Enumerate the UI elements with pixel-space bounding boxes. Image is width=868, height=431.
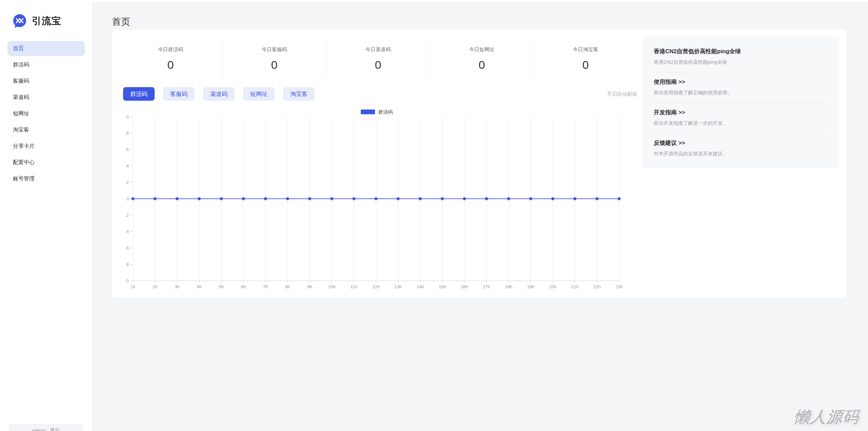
sidebar-item-5[interactable]: 淘宝客 bbox=[7, 122, 85, 137]
svg-text:0.6: 0.6 bbox=[125, 147, 129, 152]
legend-swatch bbox=[361, 110, 375, 114]
info-link-desc: 香港CN2自营低价高性能ping全绿 bbox=[654, 59, 828, 65]
svg-text:4h: 4h bbox=[197, 284, 201, 289]
svg-text:6h: 6h bbox=[241, 284, 246, 289]
info-link-title[interactable]: 使用指南 >> bbox=[654, 78, 828, 86]
svg-text:18h: 18h bbox=[505, 284, 512, 289]
stat-card-0: 今日群活码0 bbox=[119, 36, 222, 82]
stat-card-1: 今日客服码0 bbox=[222, 36, 326, 82]
stat-value: 0 bbox=[583, 58, 589, 72]
main-card: 今日群活码0今日客服码0今日渠道码0今日短网址0今日淘宝客0 群活码客服码渠道码… bbox=[112, 30, 847, 297]
chat-bubble-logo-icon bbox=[12, 14, 27, 28]
stat-card-2: 今日渠道码0 bbox=[326, 36, 430, 82]
sidebar-item-7[interactable]: 配置中心 bbox=[7, 155, 85, 170]
info-link-0[interactable]: 香港CN2自营低价高性能ping全绿香港CN2自营低价高性能ping全绿 bbox=[654, 42, 828, 73]
stat-value: 0 bbox=[479, 58, 485, 72]
stat-label: 今日群活码 bbox=[158, 46, 183, 53]
sidebar-nav: 首页群活码客服码渠道码短网址淘宝客分享卡片配置中心账号管理 bbox=[0, 41, 92, 188]
svg-text:-0.6: -0.6 bbox=[125, 246, 129, 251]
svg-text:9h: 9h bbox=[307, 284, 312, 289]
user-logout-pill[interactable]: admin 退出 bbox=[9, 424, 83, 431]
stat-card-3: 今日短网址0 bbox=[430, 36, 534, 82]
svg-text:17h: 17h bbox=[483, 284, 490, 289]
sidebar-item-0[interactable]: 首页 bbox=[7, 41, 85, 56]
svg-text:1.0: 1.0 bbox=[125, 114, 129, 119]
svg-text:7h: 7h bbox=[263, 284, 268, 289]
tab-4[interactable]: 淘宝客 bbox=[283, 87, 315, 101]
info-link-desc: 前往使用指南了解正确的使用姿势。 bbox=[654, 90, 828, 96]
svg-text:22h: 22h bbox=[593, 284, 601, 289]
stat-value: 0 bbox=[271, 58, 278, 72]
svg-text:19h: 19h bbox=[527, 284, 534, 289]
info-link-1[interactable]: 使用指南 >>前往使用指南了解正确的使用姿势。 bbox=[654, 73, 828, 103]
watermark: 懒人源码 bbox=[793, 407, 861, 428]
sidebar-item-2[interactable]: 客服码 bbox=[7, 74, 85, 89]
info-link-3[interactable]: 反馈建议 >>对本开源作品的反馈及开发建议。 bbox=[654, 134, 828, 164]
page-title: 首页 bbox=[112, 16, 130, 28]
svg-text:0: 0 bbox=[126, 196, 129, 201]
username: admin bbox=[32, 428, 46, 431]
svg-text:11h: 11h bbox=[350, 284, 357, 289]
stats-row: 今日群活码0今日客服码0今日渠道码0今日短网址0今日淘宝客0 bbox=[119, 36, 637, 82]
stat-label: 今日客服码 bbox=[262, 46, 287, 53]
stat-value: 0 bbox=[167, 58, 174, 72]
svg-text:0.2: 0.2 bbox=[125, 180, 129, 185]
tab-2[interactable]: 渠道码 bbox=[203, 87, 235, 101]
sidebar-item-4[interactable]: 短网址 bbox=[7, 106, 85, 121]
info-panel: 香港CN2自营低价高性能ping全绿香港CN2自营低价高性能ping全绿使用指南… bbox=[642, 37, 839, 169]
svg-text:16h: 16h bbox=[461, 284, 468, 289]
app-title: 引流宝 bbox=[32, 15, 61, 27]
auto-refresh-toggle[interactable]: 开启自动刷新 bbox=[576, 91, 637, 97]
logout-button[interactable]: 退出 bbox=[50, 427, 60, 431]
svg-text:20h: 20h bbox=[549, 284, 557, 289]
svg-text:-0.8: -0.8 bbox=[125, 262, 129, 267]
svg-text:5h: 5h bbox=[219, 284, 223, 289]
logo: 引流宝 bbox=[12, 14, 61, 28]
svg-text:-1.0: -1.0 bbox=[125, 278, 129, 283]
svg-text:2h: 2h bbox=[153, 284, 157, 289]
info-link-title[interactable]: 反馈建议 >> bbox=[654, 139, 828, 147]
stat-value: 0 bbox=[375, 58, 381, 72]
tab-0[interactable]: 群活码 bbox=[123, 87, 155, 101]
svg-text:23h: 23h bbox=[615, 284, 623, 289]
svg-text:12h: 12h bbox=[372, 284, 380, 289]
stat-label: 今日短网址 bbox=[469, 46, 495, 53]
svg-text:群活码: 群活码 bbox=[378, 109, 393, 115]
svg-text:-0.2: -0.2 bbox=[125, 213, 129, 218]
info-link-2[interactable]: 开发指南 >>前往开发指南了解进一步的开发。 bbox=[654, 103, 828, 134]
svg-text:1h: 1h bbox=[131, 284, 135, 289]
svg-text:10h: 10h bbox=[328, 284, 336, 289]
svg-text:0.4: 0.4 bbox=[125, 163, 129, 169]
sidebar-item-3[interactable]: 渠道码 bbox=[7, 90, 85, 105]
stat-label: 今日淘宝客 bbox=[573, 46, 598, 53]
sidebar-item-6[interactable]: 分享卡片 bbox=[7, 139, 85, 154]
info-link-title[interactable]: 开发指南 >> bbox=[654, 109, 828, 116]
svg-text:14h: 14h bbox=[417, 284, 424, 289]
svg-text:21h: 21h bbox=[571, 284, 579, 289]
tab-3[interactable]: 短网址 bbox=[243, 87, 275, 101]
chart-tabs: 群活码客服码渠道码短网址淘宝客 bbox=[123, 87, 323, 101]
svg-text:8h: 8h bbox=[285, 284, 290, 289]
svg-text:-0.4: -0.4 bbox=[125, 229, 129, 234]
svg-text:13h: 13h bbox=[394, 284, 402, 289]
svg-text:15h: 15h bbox=[439, 284, 446, 289]
top-hairline bbox=[92, 0, 868, 2]
info-link-desc: 前往开发指南了解进一步的开发。 bbox=[654, 120, 828, 126]
sidebar-item-1[interactable]: 群活码 bbox=[7, 57, 85, 72]
info-link-title[interactable]: 香港CN2自营低价高性能ping全绿 bbox=[654, 47, 828, 55]
svg-text:3h: 3h bbox=[175, 284, 179, 289]
sidebar-item-8[interactable]: 账号管理 bbox=[7, 171, 85, 186]
tab-1[interactable]: 客服码 bbox=[163, 87, 195, 101]
line-chart: 群活码1.00.80.60.40.20-0.2-0.4-0.6-0.8-1.01… bbox=[125, 108, 627, 298]
info-link-desc: 对本开源作品的反馈及开发建议。 bbox=[654, 151, 828, 157]
app-root: 引流宝 首页群活码客服码渠道码短网址淘宝客分享卡片配置中心账号管理 admin … bbox=[0, 0, 868, 431]
stat-card-4: 今日淘宝客0 bbox=[534, 36, 637, 82]
svg-text:0.8: 0.8 bbox=[125, 131, 129, 136]
stat-label: 今日渠道码 bbox=[366, 46, 391, 53]
sidebar: 引流宝 首页群活码客服码渠道码短网址淘宝客分享卡片配置中心账号管理 admin … bbox=[0, 0, 92, 431]
